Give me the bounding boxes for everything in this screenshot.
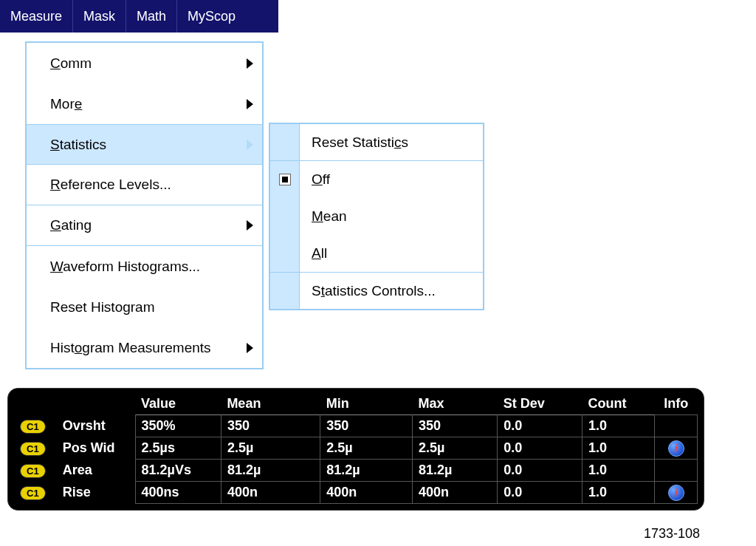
menu-item-label-rest: tatistics [60, 137, 106, 152]
col-max: Max [413, 393, 498, 415]
menu-item-label-ul: S [50, 137, 60, 152]
col-mean: Mean [221, 393, 320, 415]
mean-cell: 2.5µ [221, 437, 320, 460]
submenu-label-ul: O [312, 171, 323, 187]
value-cell: 81.2µVs [135, 460, 221, 482]
measure-menu: Comm More Statistics Reference Levels...… [25, 41, 264, 369]
count-cell: 1.0 [582, 437, 654, 460]
col-value: Value [135, 393, 221, 415]
menu-item-label-ul: o [75, 340, 83, 355]
min-cell: 2.5µ [320, 437, 413, 460]
menu-item-reference-levels[interactable]: Reference Levels... [27, 165, 262, 205]
max-cell: 350 [413, 415, 498, 437]
submenu-item-all[interactable]: All [300, 235, 483, 272]
table-header-row: Value Mean Min Max St Dev Count Info [14, 393, 698, 415]
submenu-arrow-icon [247, 343, 253, 353]
menu-item-more[interactable]: More [27, 83, 262, 124]
menubar-item-mask[interactable]: Mask [73, 0, 126, 33]
menu-item-waveform-histograms[interactable]: Waveform Histograms... [27, 246, 262, 287]
submenu-arrow-icon [247, 220, 253, 231]
min-cell: 350 [320, 415, 413, 437]
submenu-item-off[interactable]: Off [300, 161, 483, 198]
submenu-check-column [270, 124, 300, 309]
submenu-item-statistics-controls[interactable]: Statistics Controls... [300, 272, 483, 309]
menu-item-label-rest: gram Measurements [82, 340, 210, 355]
value-cell: 2.5µs [135, 437, 221, 460]
measure-name: Area [57, 460, 135, 482]
menu-item-label-ul: W [50, 259, 63, 274]
menu-item-reset-histogram[interactable]: Reset Histogram [27, 287, 262, 327]
menu-item-histogram-measurements[interactable]: Histogram Measurements [27, 327, 262, 368]
radio-on-icon [279, 174, 291, 185]
measure-name: Pos Wid [57, 437, 135, 460]
menu-item-label-rest: ating [61, 217, 92, 233]
stdev-cell: 0.0 [498, 437, 583, 460]
statistics-table: Value Mean Min Max St Dev Count Info C1O… [14, 393, 698, 504]
menu-item-label-ul: R [50, 177, 61, 192]
statistics-table-panel: Value Mean Min Max St Dev Count Info C1O… [7, 388, 704, 511]
submenu-label-rest: atistics Controls... [325, 283, 436, 298]
submenu-label-rest: ean [323, 208, 347, 224]
min-cell: 81.2µ [320, 460, 413, 482]
menu-item-label-ul: e [75, 96, 83, 112]
submenu-check-cell [270, 124, 299, 161]
max-cell: 2.5µ [413, 437, 498, 460]
menubar-item-math[interactable]: Math [126, 0, 177, 33]
col-info: Info [655, 393, 698, 415]
stdev-cell: 0.0 [498, 482, 583, 504]
count-cell: 1.0 [582, 460, 654, 482]
info-cell [655, 460, 698, 482]
channel-cell: C1 [14, 415, 57, 437]
statistics-submenu: Reset Statistics Off Mean All Statistics… [269, 123, 484, 310]
submenu-check-cell [270, 161, 299, 198]
submenu-arrow-icon [247, 140, 253, 150]
info-icon[interactable]: i [668, 440, 684, 457]
max-cell: 81.2µ [413, 460, 498, 482]
table-row: C1Pos Wid2.5µs2.5µ2.5µ2.5µ0.01.0i [14, 437, 698, 460]
submenu-label-pre: Reset Statisti [312, 134, 394, 150]
menu-item-label: Reset Histogram [50, 299, 155, 315]
submenu-check-cell [270, 235, 299, 272]
value-cell: 350% [135, 415, 221, 437]
channel-cell: C1 [14, 460, 57, 482]
max-cell: 400n [413, 482, 498, 504]
mean-cell: 400n [221, 482, 320, 504]
menu-item-comm[interactable]: Comm [27, 43, 262, 83]
submenu-item-mean[interactable]: Mean [300, 198, 483, 235]
submenu-arrow-icon [247, 58, 253, 69]
submenu-label-ul: c [394, 134, 402, 150]
submenu-label-ul: M [312, 208, 323, 224]
table-row: C1Ovrsht350%3503503500.01.0 [14, 415, 698, 437]
measure-name: Ovrsht [57, 415, 135, 437]
menu-item-label-rest: aveform Histograms... [63, 259, 200, 274]
channel-pill: C1 [20, 420, 46, 434]
menubar-item-measure[interactable]: Measure [0, 0, 73, 33]
menu-item-label-pre: Hist [50, 340, 75, 355]
info-cell[interactable]: i [655, 437, 698, 460]
stdev-cell: 0.0 [498, 460, 583, 482]
menu-item-statistics[interactable]: Statistics [27, 124, 262, 165]
menu-item-label-ul: C [50, 55, 61, 71]
submenu-check-cell [270, 198, 299, 235]
submenu-items-column: Reset Statistics Off Mean All Statistics… [300, 124, 483, 309]
table-row: C1Rise400ns400n400n400n0.01.0i [14, 482, 698, 504]
menubar-item-myscope[interactable]: MyScop [177, 0, 241, 33]
channel-pill: C1 [20, 442, 46, 456]
submenu-check-cell [270, 272, 299, 309]
info-cell[interactable]: i [655, 482, 698, 504]
submenu-item-reset-statistics[interactable]: Reset Statistics [300, 124, 483, 161]
menubar: Measure Mask Math MyScop [0, 0, 278, 33]
value-cell: 400ns [135, 482, 221, 504]
channel-cell: C1 [14, 437, 57, 460]
submenu-label-rest: ll [321, 245, 327, 261]
table-row: C1Area81.2µVs81.2µ81.2µ81.2µ0.01.0 [14, 460, 698, 482]
submenu-label-rest: s [401, 134, 408, 150]
info-icon[interactable]: i [668, 485, 684, 501]
mean-cell: 81.2µ [221, 460, 320, 482]
stdev-cell: 0.0 [498, 415, 583, 437]
col-count: Count [582, 393, 654, 415]
col-stdev: St Dev [498, 393, 583, 415]
menu-item-gating[interactable]: Gating [27, 205, 262, 246]
channel-cell: C1 [14, 482, 57, 504]
submenu-label-ul: A [312, 245, 321, 261]
